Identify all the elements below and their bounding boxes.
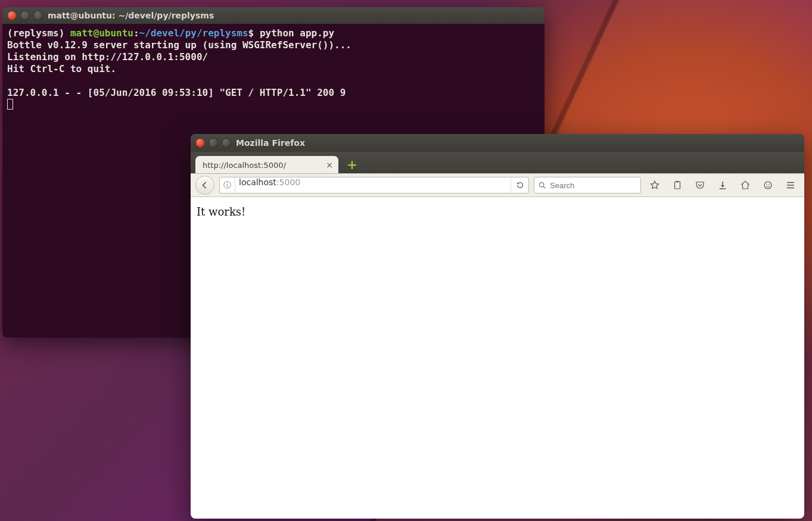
home-icon	[740, 180, 751, 191]
site-info-icon[interactable]: ⓘ	[220, 177, 235, 193]
firefox-titlebar[interactable]: Mozilla Firefox	[191, 134, 804, 152]
terminal-command: python app.py	[260, 27, 334, 39]
terminal-output-line: Hit Ctrl-C to quit.	[7, 63, 116, 74]
terminal-cursor	[7, 99, 13, 110]
svg-point-5	[766, 184, 767, 185]
smile-icon	[763, 180, 773, 191]
firefox-toolbar: ⓘ localhost:5000	[191, 173, 804, 197]
svg-point-4	[764, 182, 771, 189]
terminal-title: matt@ubuntu: ~/devel/py/replysms	[48, 11, 214, 20]
smile-button[interactable]	[759, 177, 777, 194]
terminal-window-controls	[7, 11, 43, 20]
reading-list-button[interactable]	[668, 177, 686, 194]
minimize-icon[interactable]	[20, 11, 30, 20]
minimize-icon[interactable]	[209, 138, 218, 148]
prompt-env: (replysms)	[7, 27, 70, 39]
home-button[interactable]	[736, 177, 754, 194]
maximize-icon[interactable]	[33, 11, 43, 20]
clipboard-icon	[672, 180, 683, 191]
prompt-user: matt@ubuntu	[70, 27, 133, 39]
tab-active[interactable]: http://localhost:5000/ ×	[195, 156, 338, 174]
close-icon[interactable]	[7, 11, 17, 20]
download-icon	[717, 180, 728, 191]
prompt-sep: :	[133, 27, 139, 39]
close-icon[interactable]	[195, 138, 205, 148]
pocket-icon	[695, 180, 705, 191]
svg-point-0	[539, 182, 543, 186]
search-input[interactable]	[550, 181, 637, 190]
downloads-button[interactable]	[714, 177, 732, 194]
back-button[interactable]	[195, 176, 214, 195]
reload-button[interactable]	[511, 177, 528, 193]
hamburger-icon	[785, 180, 796, 191]
page-content: It works!	[191, 197, 804, 519]
svg-point-6	[769, 184, 770, 185]
tab-label: http://localhost:5000/	[203, 161, 286, 170]
star-icon	[649, 180, 660, 191]
terminal-output-line: Bottle v0.12.9 server starting up (using…	[7, 39, 351, 51]
svg-rect-2	[675, 182, 680, 189]
tab-close-icon[interactable]: ×	[325, 161, 334, 169]
reload-icon	[516, 181, 524, 189]
firefox-window: Mozilla Firefox http://localhost:5000/ ×…	[191, 134, 804, 519]
url-host: localhost	[239, 177, 276, 187]
firefox-window-controls	[195, 138, 231, 148]
page-body-text: It works!	[197, 205, 245, 218]
firefox-tabstrip: http://localhost:5000/ × +	[191, 152, 804, 173]
new-tab-button[interactable]: +	[344, 158, 360, 171]
back-arrow-icon	[201, 181, 209, 189]
pocket-button[interactable]	[691, 177, 709, 194]
svg-rect-3	[676, 181, 679, 182]
svg-line-1	[543, 186, 545, 188]
firefox-title: Mozilla Firefox	[236, 138, 305, 148]
url-input[interactable]: localhost:5000	[235, 177, 511, 193]
search-icon	[538, 181, 546, 189]
bookmark-star-button[interactable]	[646, 177, 664, 194]
maximize-icon[interactable]	[222, 138, 231, 148]
terminal-output-line: 127.0.0.1 - - [05/Jun/2016 09:53:10] "GE…	[7, 87, 346, 98]
url-port: :5000	[276, 177, 300, 187]
prompt-dollar: $	[248, 27, 260, 39]
search-bar[interactable]	[534, 177, 641, 194]
url-bar[interactable]: ⓘ localhost:5000	[219, 177, 529, 194]
prompt-path: ~/devel/py/replysms	[139, 27, 248, 39]
terminal-output-line: Listening on http://127.0.0.1:5000/	[7, 51, 208, 63]
menu-button[interactable]	[782, 177, 799, 194]
terminal-titlebar[interactable]: matt@ubuntu: ~/devel/py/replysms	[2, 7, 545, 24]
